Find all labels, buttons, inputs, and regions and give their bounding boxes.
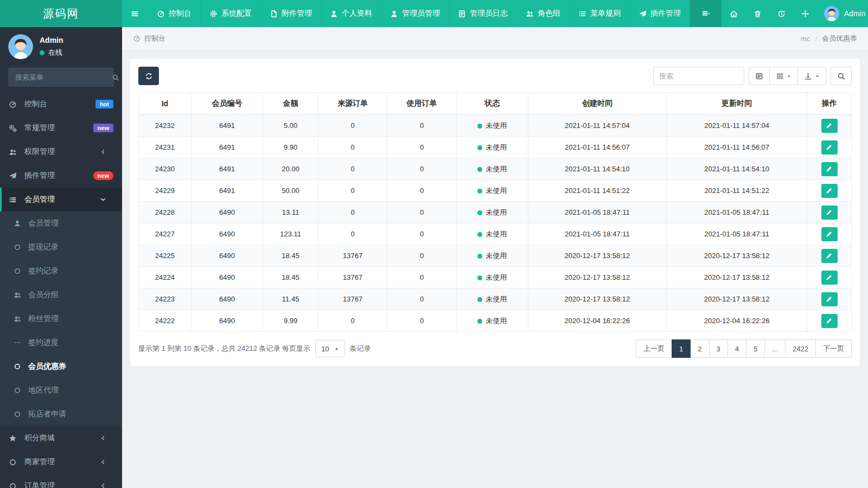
sidebar-subitem-fans-manage[interactable]: 粉丝管理 <box>0 307 122 331</box>
nav-item-label: 控制台 <box>169 9 192 18</box>
page-button-下一页[interactable]: 下一页 <box>815 339 852 358</box>
columns-button[interactable] <box>769 67 798 85</box>
status-dot-icon <box>477 124 482 129</box>
edit-button[interactable] <box>821 271 838 285</box>
nav-button-home[interactable] <box>722 0 745 27</box>
nav-button-fullscreen[interactable] <box>793 0 817 27</box>
sidebar-item-merchant[interactable]: 商家管理 <box>0 450 122 474</box>
nav-button-history[interactable] <box>769 0 793 27</box>
breadcrumb-parent[interactable]: mc <box>801 35 810 43</box>
sidebar-subitem-member-manage[interactable]: 会员管理 <box>0 211 122 235</box>
chev-left-icon <box>100 459 113 465</box>
gear-icon <box>209 10 218 18</box>
cell-source_order: 0 <box>318 180 387 202</box>
gauge-icon <box>133 35 141 42</box>
cell-id: 24230 <box>139 158 192 180</box>
sidebar-item-addon[interactable]: 插件管理new <box>0 164 122 188</box>
nav-button-wipe-cache[interactable] <box>745 0 769 27</box>
page-button-...[interactable]: ... <box>764 339 786 358</box>
cell-id: 24225 <box>139 245 192 267</box>
nav-button-topmenu-dropdown[interactable] <box>690 0 722 27</box>
nav-item-admin-manage[interactable]: 管理员管理 <box>381 0 449 27</box>
nav-item-dashboard[interactable]: 控制台 <box>148 0 201 27</box>
nav-item-admin-log[interactable]: 管理员日志 <box>449 0 517 27</box>
cell-status: 未使用 <box>456 158 528 180</box>
sidebar-item-label: 会员分组 <box>28 290 113 300</box>
nav-item-profile[interactable]: 个人资料 <box>321 0 381 27</box>
sidebar-subitem-area-agent[interactable]: 地区代理 <box>0 378 122 402</box>
column-header[interactable]: 会员编号 <box>191 93 263 115</box>
page-button-上一页[interactable]: 上一页 <box>636 339 672 358</box>
column-header[interactable]: Id <box>139 93 192 115</box>
column-header[interactable]: 金额 <box>263 93 318 115</box>
edit-button[interactable] <box>821 249 838 263</box>
user-menu[interactable]: Admin <box>817 6 868 21</box>
nav-item-config[interactable]: 系统配置 <box>201 0 261 27</box>
status-label: 未使用 <box>486 317 507 325</box>
sidebar-subitem-member-coupon[interactable]: 会员优惠券 <box>0 355 122 378</box>
search-button[interactable] <box>831 67 852 85</box>
per-page-select[interactable]: 10 <box>315 340 344 357</box>
page-button-3[interactable]: 3 <box>709 339 728 358</box>
sidebar-subitem-sign-progress[interactable]: 签约进度 <box>0 331 122 355</box>
sidebar-item-auth[interactable]: 权限管理 <box>0 140 122 164</box>
cell-status: 未使用 <box>456 288 528 310</box>
column-header[interactable]: 使用订单 <box>387 93 456 115</box>
cell-status: 未使用 <box>456 137 528 158</box>
detail-view-button[interactable] <box>749 67 770 85</box>
nav-item-attachment[interactable]: 附件管理 <box>261 0 321 27</box>
users-icon <box>14 315 26 323</box>
edit-button[interactable] <box>821 140 838 155</box>
status-dot-icon <box>477 297 482 302</box>
cell-id: 24224 <box>139 267 192 288</box>
sidebar-subitem-sign-record[interactable]: 签约记录 <box>0 259 122 283</box>
edit-button[interactable] <box>821 292 838 306</box>
cell-id: 24232 <box>139 115 192 137</box>
sidebar-item-general[interactable]: 常规管理new <box>0 116 122 140</box>
nav-item-addon-manage[interactable]: 插件管理 <box>630 0 690 27</box>
sidebar-subitem-member-group[interactable]: 会员分组 <box>0 283 122 307</box>
page-button-1[interactable]: 1 <box>672 339 691 358</box>
nav-item-role-group[interactable]: 角色组 <box>517 0 570 27</box>
sidebar-item-order[interactable]: 订单管理 <box>0 474 122 488</box>
nav-item-menu-rule[interactable]: 菜单规则 <box>570 0 630 27</box>
list-icon <box>9 196 22 204</box>
sidebar-subitem-shop-apply[interactable]: 拓店者申请 <box>0 402 122 426</box>
chev-left-icon <box>100 435 113 441</box>
page-button-5[interactable]: 5 <box>746 339 765 358</box>
cell-created: 2020-12-17 13:58:12 <box>528 288 667 310</box>
sidebar-subitem-withdraw-record[interactable]: 提现记录 <box>0 235 122 259</box>
edit-button[interactable] <box>821 119 838 133</box>
edit-button[interactable] <box>821 314 838 328</box>
content-card: Id会员编号金额来源订单使用订单状态创建时间更新时间操作 2423264915.… <box>130 59 860 366</box>
column-header[interactable]: 创建时间 <box>528 93 667 115</box>
search-icon <box>837 72 845 80</box>
brand-logo[interactable]: 源码网 <box>0 0 122 27</box>
export-button[interactable] <box>797 67 826 85</box>
column-header[interactable]: 状态 <box>456 93 528 115</box>
edit-button[interactable] <box>821 184 838 198</box>
gauge-icon <box>157 10 165 18</box>
sidebar-item-member[interactable]: 会员管理 <box>0 188 122 211</box>
edit-button[interactable] <box>821 162 838 176</box>
edit-button[interactable] <box>821 227 838 241</box>
status-label: 未使用 <box>486 143 507 151</box>
page-button-2[interactable]: 2 <box>690 339 709 358</box>
column-header[interactable]: 操作 <box>807 93 852 115</box>
column-header[interactable]: 来源订单 <box>318 93 387 115</box>
sidebar-item-dashboard[interactable]: 控制台hot <box>0 92 122 116</box>
sidebar-toggle-button[interactable] <box>122 0 148 27</box>
refresh-button[interactable] <box>138 67 159 85</box>
breadcrumb-left[interactable]: 控制台 <box>144 34 165 43</box>
sidebar-item-score-mall[interactable]: 积分商城 <box>0 426 122 450</box>
page-button-2422[interactable]: 2422 <box>785 339 816 358</box>
sidebar-user-name: Admin <box>40 36 63 44</box>
circle-o-icon <box>14 363 26 370</box>
column-header[interactable]: 更新时间 <box>666 93 807 115</box>
page-button-4[interactable]: 4 <box>727 339 746 358</box>
cell-source_order: 0 <box>318 158 387 180</box>
status-label: 未使用 <box>486 208 507 216</box>
table-search-input[interactable] <box>653 67 744 85</box>
edit-button[interactable] <box>821 206 838 220</box>
menu-search-input[interactable] <box>14 73 112 82</box>
